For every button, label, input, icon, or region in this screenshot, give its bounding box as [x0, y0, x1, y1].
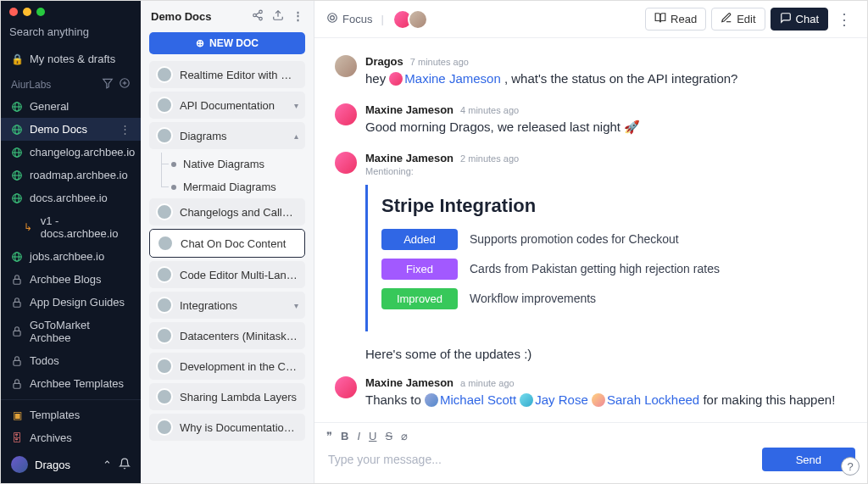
left-sidebar: 🔒 My notes & drafts AiurLabs GeneralDemo…: [1, 1, 141, 483]
sidebar-item[interactable]: ↳v1 - docs.archbee.io: [1, 209, 141, 245]
tree-item[interactable]: Why is Documentation Extremel…: [149, 414, 305, 441]
svg-marker-2: [103, 79, 113, 88]
sidebar-item[interactable]: roadmap.archbee.io: [1, 164, 141, 186]
message-time: 4 minutes ago: [460, 105, 519, 115]
message-input[interactable]: [326, 448, 754, 471]
avatar: [156, 388, 173, 405]
link-icon[interactable]: ⌀: [401, 430, 408, 442]
message-subnote: Mentioning:: [365, 166, 847, 176]
help-icon[interactable]: ?: [841, 457, 860, 476]
doc-tree-list: Realtime Editor with Markdown …API Docum…: [141, 61, 314, 483]
current-user-name: Dragos: [35, 459, 96, 471]
sidebar-item-label: roadmap.archbee.io: [30, 169, 128, 181]
archives-nav[interactable]: 🗄 Archives: [1, 426, 141, 449]
italic-icon[interactable]: I: [357, 430, 360, 442]
changelog-card: Stripe IntegrationAddedSupports promotio…: [365, 185, 847, 331]
edit-mode-button[interactable]: Edit: [711, 8, 765, 31]
sidebar-item[interactable]: GoToMarket Archbee: [1, 314, 141, 349]
tree-child-label: Mermaid Diagrams: [183, 181, 276, 193]
divider: |: [381, 13, 383, 25]
sidebar-item-label: v1 - docs.archbee.io: [41, 214, 131, 240]
tree-item[interactable]: Sharing Lambda Layers: [149, 383, 305, 410]
workspace-header: AiurLabs: [1, 70, 141, 95]
sidebar-item[interactable]: docs.archbee.io: [1, 186, 141, 209]
chevron-down-icon[interactable]: ▾: [294, 101, 298, 110]
tree-item[interactable]: Changelogs and Callouts: [149, 198, 305, 225]
tree-item[interactable]: Realtime Editor with Markdown …: [149, 61, 305, 88]
current-user-row[interactable]: Dragos ⌃: [1, 449, 141, 480]
mention[interactable]: Maxine Jameson: [404, 71, 500, 86]
window-minimize-icon[interactable]: [23, 8, 31, 16]
tree-child-item[interactable]: Native Diagrams: [149, 153, 305, 175]
svg-rect-26: [14, 331, 20, 336]
read-mode-button[interactable]: Read: [645, 8, 706, 31]
sidebar-item[interactable]: changelog.archbee.io: [1, 141, 141, 164]
branch-icon: ↳: [23, 221, 34, 233]
sidebar-item[interactable]: Demo Docs⋮: [1, 118, 141, 141]
status-badge: Fixed: [381, 259, 458, 280]
chat-mode-button[interactable]: Chat: [771, 8, 828, 31]
chevron-down-icon[interactable]: ▾: [294, 301, 298, 310]
chevron-up-icon[interactable]: ▴: [294, 131, 298, 141]
sidebar-item-label: Todos: [30, 354, 59, 367]
svg-rect-28: [14, 383, 20, 388]
more-icon[interactable]: ⋮: [120, 123, 131, 136]
tree-item[interactable]: Diagrams▴: [149, 122, 305, 149]
changelog-row: AddedSupports promotion codes for Checko…: [381, 229, 833, 250]
tree-item[interactable]: Development in the Cloud: [149, 353, 305, 380]
quote-icon[interactable]: ❞: [326, 430, 332, 442]
bold-icon[interactable]: B: [341, 430, 348, 442]
tree-item-label: Realtime Editor with Markdown …: [180, 69, 298, 81]
tree-item-label: API Documentation: [180, 99, 287, 112]
tree-item[interactable]: Datacenters (Minitasks and Ma…: [149, 322, 305, 349]
tree-item[interactable]: Integrations▾: [149, 292, 305, 319]
add-space-icon[interactable]: [119, 77, 131, 92]
more-icon[interactable]: ⋮: [292, 9, 303, 24]
tree-item[interactable]: Chat On Doc Content: [149, 229, 305, 258]
sidebar-item-label: changelog.archbee.io: [30, 146, 135, 159]
sidebar-space-list: GeneralDemo Docs⋮changelog.archbee.ioroa…: [1, 95, 141, 399]
avatar: [156, 419, 173, 436]
tree-item[interactable]: API Documentation▾: [149, 92, 305, 119]
tree-item-label: Changelogs and Callouts: [180, 206, 298, 219]
avatar: [156, 127, 173, 144]
new-doc-label: NEW DOC: [209, 37, 259, 49]
changelog-text: Workflow improvements: [470, 292, 596, 305]
window-close-icon[interactable]: [9, 8, 18, 16]
share-icon[interactable]: [252, 9, 264, 24]
lock-icon: [11, 378, 23, 390]
sidebar-item[interactable]: Archbee Templates: [1, 372, 141, 395]
search-input[interactable]: [9, 25, 152, 38]
filter-icon[interactable]: [102, 77, 114, 92]
tree-item[interactable]: Code Editor Multi-Language: [149, 261, 305, 288]
mention[interactable]: Michael Scott: [440, 392, 516, 407]
templates-nav[interactable]: ▣ Templates: [1, 403, 141, 426]
presence-avatars[interactable]: [392, 9, 428, 30]
sidebar-item[interactable]: Todos: [1, 349, 141, 372]
new-doc-button[interactable]: ⊕ NEW DOC: [149, 32, 305, 54]
strike-icon[interactable]: S: [385, 430, 392, 442]
export-icon[interactable]: [272, 9, 284, 24]
sidebar-item[interactable]: Archbee Blogs: [1, 268, 141, 291]
sidebar-item[interactable]: General: [1, 95, 141, 118]
chevron-up-icon[interactable]: ⌃: [103, 459, 112, 471]
tree-item-label: Why is Documentation Extremel…: [180, 421, 298, 434]
tree-item-label: Sharing Lambda Layers: [180, 391, 298, 403]
bell-icon[interactable]: [119, 458, 131, 472]
my-notes-nav[interactable]: 🔒 My notes & drafts: [1, 47, 141, 70]
tree-item-label: Integrations: [180, 299, 287, 312]
search-bar[interactable]: [1, 19, 141, 47]
svg-line-36: [256, 16, 259, 18]
mention[interactable]: Jay Rose: [535, 392, 588, 407]
topbar-more-icon[interactable]: ⋮: [833, 10, 855, 29]
mention[interactable]: Sarah Lockheed: [607, 392, 699, 407]
templates-icon: ▣: [11, 409, 23, 421]
underline-icon[interactable]: U: [369, 430, 376, 442]
message-time: 7 minutes ago: [410, 57, 469, 67]
focus-toggle[interactable]: Focus: [326, 12, 372, 26]
tree-item-label: Development in the Cloud: [180, 360, 298, 373]
sidebar-item[interactable]: jobs.archbee.io: [1, 245, 141, 268]
window-zoom-icon[interactable]: [36, 8, 45, 16]
sidebar-item[interactable]: App Design Guides: [1, 291, 141, 314]
tree-child-item[interactable]: Mermaid Diagrams: [149, 175, 305, 198]
